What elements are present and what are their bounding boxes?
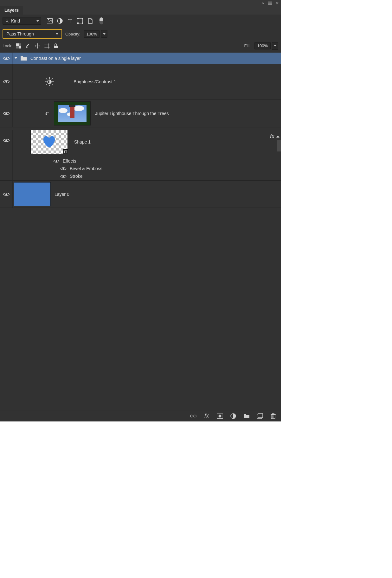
brightness-contrast-icon: [44, 77, 55, 87]
tab-layers[interactable]: Layers: [0, 6, 23, 15]
svg-rect-47: [271, 414, 275, 419]
layer-name[interactable]: Jupiter Lighthouse Through the Trees: [95, 111, 169, 116]
fill-input[interactable]: 100%: [254, 42, 271, 49]
opacity-label: Opacity:: [65, 32, 80, 36]
layer-name[interactable]: Shape 1: [74, 139, 91, 144]
filter-type-icon[interactable]: [67, 18, 73, 24]
fx-side-handle[interactable]: [277, 140, 281, 151]
collapse-panel-icon[interactable]: ‹‹: [262, 1, 264, 5]
svg-rect-5: [78, 19, 82, 23]
layer-name[interactable]: Layer 0: [55, 192, 69, 197]
svg-rect-20: [54, 46, 58, 48]
blend-options-row: Pass Through Opacity: 100%: [0, 27, 281, 41]
svg-rect-11: [19, 46, 21, 48]
svg-rect-9: [82, 22, 83, 24]
layer-filter-row: Kind: [0, 15, 281, 27]
fx-indicator[interactable]: fx: [270, 133, 280, 140]
visibility-toggle-icon[interactable]: [3, 80, 10, 84]
lock-all-icon[interactable]: [54, 43, 58, 48]
svg-rect-14: [27, 44, 29, 46]
filter-pixel-icon[interactable]: [47, 18, 53, 24]
vector-badge-icon: [63, 149, 68, 154]
filter-shape-icon[interactable]: [77, 18, 83, 24]
visibility-toggle-icon[interactable]: [3, 111, 10, 116]
svg-rect-45: [244, 414, 246, 415]
layer-thumbnail[interactable]: [54, 101, 91, 125]
blend-mode-dropdown[interactable]: Pass Through: [3, 29, 62, 39]
effects-header[interactable]: Effects: [53, 158, 281, 164]
svg-point-33: [5, 112, 7, 114]
layer-style-icon[interactable]: fx: [203, 413, 210, 419]
visibility-toggle-icon[interactable]: [53, 159, 60, 163]
folder-icon: [20, 56, 27, 61]
visibility-toggle-icon[interactable]: [60, 174, 67, 178]
effect-item[interactable]: Stroke: [53, 174, 281, 179]
new-group-icon[interactable]: [243, 413, 250, 419]
opacity-input[interactable]: 100%: [84, 30, 100, 38]
new-adjustment-layer-icon[interactable]: [230, 413, 236, 419]
layers-panel: ‹‹ ✕ Layers Kind: [0, 0, 281, 421]
close-panel-icon[interactable]: ✕: [276, 1, 279, 5]
fx-label: fx: [204, 413, 209, 419]
svg-line-30: [52, 84, 53, 85]
chevron-up-icon: [276, 136, 280, 138]
svg-rect-49: [272, 414, 274, 414]
delete-layer-icon[interactable]: [270, 413, 276, 419]
visibility-toggle-icon[interactable]: [3, 56, 10, 61]
svg-rect-12: [19, 43, 21, 46]
lock-options-row: Lock: Fill: 100%: [0, 41, 281, 51]
svg-point-37: [62, 175, 64, 177]
svg-rect-7: [82, 18, 83, 19]
filter-adjustment-icon[interactable]: [57, 18, 63, 24]
svg-line-32: [46, 84, 47, 85]
svg-point-36: [62, 168, 64, 169]
fx-label: fx: [270, 133, 274, 140]
effects-label: Effects: [63, 158, 76, 164]
svg-line-31: [52, 78, 53, 80]
filter-smartobject-icon[interactable]: [87, 18, 93, 24]
svg-rect-6: [77, 18, 79, 19]
svg-point-34: [5, 139, 7, 141]
chevron-down-icon: [274, 45, 276, 47]
layer-name[interactable]: Contrast on a single layer: [30, 56, 81, 61]
svg-line-29: [46, 78, 47, 80]
clipped-image-layer-row[interactable]: Jupiter Lighthouse Through the Trees: [0, 100, 281, 127]
opacity-dropdown-button[interactable]: [101, 30, 107, 38]
svg-rect-13: [16, 46, 19, 48]
lock-artboard-icon[interactable]: [44, 43, 50, 49]
svg-point-21: [5, 57, 7, 59]
visibility-toggle-icon[interactable]: [60, 167, 67, 171]
svg-rect-22: [21, 56, 23, 57]
svg-point-0: [6, 20, 8, 22]
new-layer-icon[interactable]: [257, 413, 263, 419]
chevron-down-icon: [36, 20, 39, 22]
lock-pixels-icon[interactable]: [25, 43, 31, 49]
shape-layer-row[interactable]: Shape 1 Effects Bevel & Emboss Stroke: [0, 127, 281, 181]
layer-thumbnail[interactable]: [14, 182, 51, 206]
fill-dropdown-button[interactable]: [272, 42, 278, 50]
chevron-down-icon: [56, 33, 58, 35]
layer-name[interactable]: Brightness/Contrast 1: [74, 79, 116, 84]
panel-menu-icon[interactable]: [268, 2, 272, 5]
visibility-toggle-icon[interactable]: [3, 192, 10, 196]
pixel-layer-row[interactable]: Layer 0: [0, 181, 281, 208]
layer-group-row[interactable]: Contrast on a single layer: [0, 53, 281, 64]
layer-thumbnail[interactable]: [30, 130, 68, 154]
panel-tabs: Layers: [0, 6, 281, 15]
filter-toggle[interactable]: [100, 17, 103, 24]
add-mask-icon[interactable]: [217, 413, 223, 419]
adjustment-layer-row[interactable]: Brightness/Contrast 1: [0, 64, 281, 100]
layer-list: Contrast on a single layer Brightness/Co…: [0, 53, 281, 208]
svg-point-38: [5, 193, 7, 195]
filter-kind-dropdown[interactable]: Kind: [3, 17, 41, 25]
group-disclosure-icon[interactable]: [15, 57, 17, 59]
lock-transparency-icon[interactable]: [16, 43, 21, 48]
filter-kind-label: Kind: [11, 18, 20, 23]
link-layers-icon[interactable]: [190, 413, 196, 419]
effect-item[interactable]: Bevel & Emboss: [53, 166, 281, 171]
svg-rect-15: [45, 44, 49, 48]
search-icon: [5, 19, 9, 23]
visibility-toggle-icon[interactable]: [3, 138, 10, 143]
svg-point-23: [5, 81, 7, 83]
lock-position-icon[interactable]: [35, 43, 40, 49]
